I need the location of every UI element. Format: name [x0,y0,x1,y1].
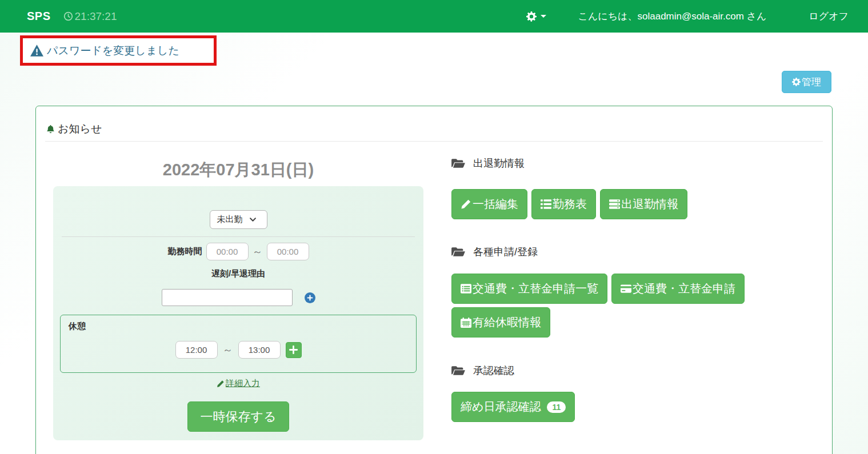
list-alt-icon [461,284,471,294]
panel-title-label: お知らせ [58,122,102,136]
admin-button[interactable]: 管理 [782,71,831,93]
gear-icon [526,11,537,22]
section-header-approval: 承認確認 [451,364,514,377]
work-start-input[interactable] [206,243,249,260]
status-selected-value: 未出勤 [217,214,243,225]
calendar-icon [461,318,471,328]
user-greeting: こんにちは、solaadmin@sola-air.com さん [578,10,767,23]
section-header-attendance: 出退勤情報 [451,156,525,170]
button-label: 勤務表 [553,196,587,212]
button-label: 一括編集 [473,196,518,212]
server-icon [609,199,620,209]
expense-list-button[interactable]: 交通費・立替金申請一覧 [451,274,607,304]
detail-entry-link[interactable]: 詳細入力 [217,378,260,389]
work-time-row: 勤務時間 ～ [53,243,423,260]
folder-open-icon [451,247,465,258]
paid-leave-button[interactable]: 有給休暇情報 [451,307,550,338]
button-label: 交通費・立替金申請一覧 [473,281,598,296]
plus-icon [289,345,298,354]
work-end-input[interactable] [267,243,309,260]
folder-open-icon [451,158,465,169]
top-navbar: SPS 21:37:21 こんにちは、solaadmin@sola-air.co… [0,0,868,33]
expense-apply-button[interactable]: 交通費・立替金申請 [611,274,745,304]
late-reason-input[interactable] [162,289,293,306]
bulk-edit-button[interactable]: 一括編集 [451,189,527,219]
folder-open-icon [451,365,465,376]
section-title: 出退勤情報 [473,156,525,170]
application-buttons-row1: 交通費・立替金申請一覧 交通費・立替金申請 [451,274,745,304]
detail-link-label: 詳細入力 [226,378,260,389]
add-break-button[interactable] [286,342,302,358]
warning-icon [30,45,43,57]
bell-icon [46,124,55,134]
attendance-card: 未出勤 勤務時間 ～ 遅刻/早退理由 休憩 ～ [53,186,423,440]
current-date: 2022年07月31日(日) [53,159,423,182]
gear-icon [792,78,801,86]
button-label: 交通費・立替金申請 [633,281,735,296]
work-time-separator: ～ [253,245,263,259]
plus-circle-icon [305,292,315,303]
break-label: 休憩 [69,321,86,332]
app-brand[interactable]: SPS [27,10,51,23]
attendance-status-select[interactable]: 未出勤 [210,210,267,229]
attendance-info-button[interactable]: 出退勤情報 [600,189,687,219]
pencil-icon [461,199,471,210]
button-label: 締め日承認確認 [461,399,541,415]
break-section: 休憩 ～ [60,315,417,373]
closing-approval-button[interactable]: 締め日承認確認 11 [451,392,575,422]
pending-count-badge: 11 [547,401,566,413]
clock-icon [63,11,73,21]
late-reason-row [53,289,423,306]
clock-time: 21:37:21 [75,10,117,23]
section-header-applications: 各種申請/登録 [451,245,538,259]
break-end-input[interactable] [238,341,281,359]
attendance-buttons: 一括編集 勤務表 出退勤情報 [451,189,687,219]
chevron-down-icon [250,218,256,222]
notice-panel: お知らせ 2022年07月31日(日) 未出勤 勤務時間 ～ 遅刻/早退理由 [35,106,833,454]
temp-save-button[interactable]: 一時保存する [187,401,289,432]
section-title: 承認確認 [473,364,514,377]
settings-dropdown[interactable] [526,11,546,22]
list-icon [541,199,551,209]
break-start-input[interactable] [175,341,218,359]
application-buttons-row2: 有給休暇情報 [451,307,550,338]
alert-message: パスワードを変更しました [47,43,179,58]
password-changed-alert: パスワードを変更しました [20,35,217,66]
break-separator: ～ [223,343,233,357]
work-schedule-button[interactable]: 勤務表 [531,189,596,219]
server-clock: 21:37:21 [63,10,117,23]
button-label: 有給休暇情報 [473,315,541,330]
credit-card-icon [621,284,631,293]
add-reason-button[interactable] [305,292,315,303]
pencil-icon [217,380,225,388]
caret-down-icon [541,15,546,18]
work-time-label: 勤務時間 [168,246,202,257]
admin-button-label: 管理 [802,75,821,89]
break-time-row: ～ [61,341,416,359]
approval-buttons: 締め日承認確認 11 [451,392,575,422]
panel-title: お知らせ [46,122,102,136]
panel-divider [45,141,823,142]
button-label: 出退勤情報 [621,196,678,212]
late-reason-label: 遅刻/早退理由 [53,268,423,279]
section-title: 各種申請/登録 [473,245,538,259]
logoff-link[interactable]: ログオフ [809,10,849,23]
card-divider [62,236,415,237]
